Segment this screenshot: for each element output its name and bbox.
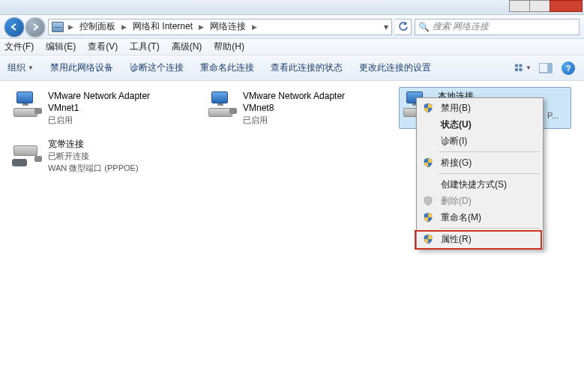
menu-tools[interactable]: 工具(T) — [130, 40, 159, 53]
menu-view[interactable]: 查看(V) — [88, 40, 118, 53]
connection-status: 已启用 — [48, 115, 178, 126]
chevron-down-icon: ▼ — [526, 64, 532, 71]
close-button[interactable] — [550, 0, 583, 12]
arrow-right-icon — [31, 22, 40, 31]
shield-icon — [423, 234, 433, 244]
search-icon: 🔍 — [418, 22, 430, 32]
ctx-disable[interactable]: 禁用(B) — [418, 100, 541, 116]
ctx-bridge[interactable]: 桥接(G) — [418, 154, 541, 171]
svg-rect-3 — [519, 68, 522, 71]
chevron-right-icon: ▶ — [65, 23, 76, 31]
maximize-button[interactable] — [529, 0, 550, 12]
connection-item[interactable]: VMware Network Adapter VMnet1 已启用 — [9, 87, 181, 129]
svg-rect-0 — [515, 64, 518, 67]
breadcrumb-network-connections[interactable]: 网络连接 — [208, 20, 247, 33]
connection-status: 已断开连接 — [48, 151, 139, 162]
toolbar-diagnose[interactable]: 诊断这个连接 — [130, 61, 184, 74]
help-button[interactable]: ? — [560, 60, 577, 76]
refresh-icon — [398, 22, 409, 32]
chevron-right-icon: ▶ — [249, 23, 260, 31]
context-menu: 禁用(B) 状态(U) 诊断(I) 桥接(G) 创建快捷方式(S) 删除(D) … — [416, 97, 544, 250]
ctx-delete: 删除(D) — [418, 193, 541, 209]
preview-pane-button[interactable] — [538, 60, 554, 76]
connection-status: 已启用 — [243, 115, 373, 126]
content-area: VMware Network Adapter VMnet1 已启用 VMware… — [0, 81, 584, 392]
ctx-properties[interactable]: 属性(R) — [418, 231, 541, 247]
minimize-button[interactable] — [509, 0, 530, 12]
network-adapter-icon — [12, 90, 42, 118]
network-adapter-icon — [12, 138, 42, 166]
menu-advanced[interactable]: 高级(N) — [172, 40, 202, 53]
network-adapter-icon — [207, 90, 237, 118]
back-button[interactable] — [4, 17, 24, 37]
breadcrumb-network-internet[interactable]: 网络和 Internet — [131, 20, 194, 33]
svg-rect-1 — [519, 64, 522, 67]
navigation-bar: ▶ 控制面板 ▶ 网络和 Internet ▶ 网络连接 ▶ ▾ 🔍 搜索 网络… — [0, 15, 584, 39]
forward-button[interactable] — [25, 17, 45, 37]
network-folder-icon — [52, 21, 64, 33]
connection-device: WAN 微型端口 (PPPOE) — [48, 163, 139, 174]
ctx-diagnose[interactable]: 诊断(I) — [418, 133, 541, 149]
window-titlebar — [0, 0, 584, 15]
ctx-status[interactable]: 状态(U) — [418, 116, 541, 133]
ctx-rename[interactable]: 重命名(M) — [418, 209, 541, 226]
menu-separator — [439, 151, 540, 152]
breadcrumb-control-panel[interactable]: 控制面板 — [78, 20, 117, 33]
help-icon: ? — [562, 61, 575, 75]
connection-item[interactable]: 宽带连接 已断开连接 WAN 微型端口 (PPPOE) — [9, 135, 181, 177]
connection-item[interactable]: VMware Network Adapter VMnet8 已启用 — [204, 87, 376, 129]
connection-name: VMware Network Adapter VMnet1 — [48, 90, 178, 114]
toolbar-rename[interactable]: 重命名此连接 — [200, 61, 254, 74]
connection-name: VMware Network Adapter VMnet8 — [243, 90, 373, 114]
address-dropdown[interactable]: ▾ — [384, 22, 388, 32]
connection-name: 宽带连接 — [48, 138, 139, 150]
search-placeholder: 搜索 网络连接 — [433, 20, 489, 33]
menu-edit[interactable]: 编辑(E) — [46, 40, 76, 53]
menu-bar: 文件(F) 编辑(E) 查看(V) 工具(T) 高级(N) 帮助(H) — [0, 39, 584, 55]
toolbar-change-settings[interactable]: 更改此连接的设置 — [359, 61, 431, 74]
address-breadcrumb[interactable]: ▶ 控制面板 ▶ 网络和 Internet ▶ 网络连接 ▶ ▾ — [48, 19, 392, 35]
toolbar: 组织 ▼ 禁用此网络设备 诊断这个连接 重命名此连接 查看此连接的状态 更改此连… — [0, 55, 584, 81]
shield-icon — [423, 157, 433, 168]
arrow-left-icon — [10, 22, 19, 31]
chevron-right-icon: ▶ — [196, 23, 207, 31]
view-options-button[interactable]: ▼ — [515, 60, 532, 76]
menu-file[interactable]: 文件(F) — [4, 40, 34, 53]
ctx-create-shortcut[interactable]: 创建快捷方式(S) — [418, 176, 541, 193]
svg-rect-5 — [547, 63, 552, 73]
chevron-down-icon: ▼ — [28, 64, 34, 71]
chevron-right-icon: ▶ — [118, 23, 130, 31]
toolbar-view-status[interactable]: 查看此连接的状态 — [271, 61, 343, 74]
shield-icon — [423, 212, 433, 223]
shield-icon — [423, 103, 433, 113]
refresh-button[interactable] — [395, 19, 412, 35]
connection-device-truncated: P... — [547, 111, 559, 120]
tiles-icon — [515, 63, 526, 73]
menu-separator — [439, 228, 540, 229]
toolbar-organize[interactable]: 组织 ▼ — [7, 61, 34, 74]
menu-separator — [439, 173, 540, 174]
toolbar-disable-device[interactable]: 禁用此网络设备 — [50, 61, 113, 74]
pane-icon — [539, 63, 553, 73]
menu-help[interactable]: 帮助(H) — [214, 40, 244, 53]
svg-rect-2 — [515, 68, 518, 71]
shield-icon — [423, 196, 433, 206]
search-input[interactable]: 🔍 搜索 网络连接 — [415, 19, 580, 35]
